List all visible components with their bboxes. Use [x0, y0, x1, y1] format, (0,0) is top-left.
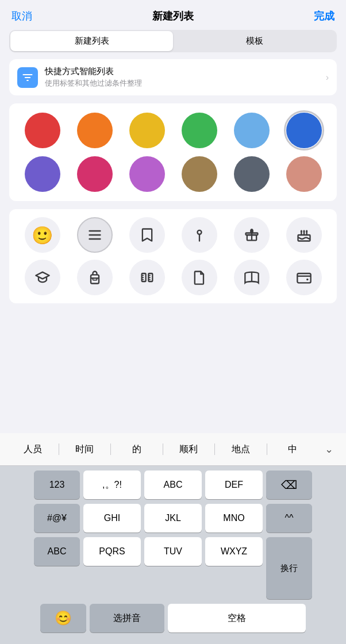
icon-ruler[interactable]	[129, 260, 165, 295]
page-title: 新建列表	[152, 9, 194, 23]
key-symbols[interactable]: #@¥	[34, 504, 80, 533]
keyboard-keys: 123 ,。?! ABC DEF ⌫ #@¥ GHI JKL MNO ^^ AB…	[0, 466, 346, 637]
color-light-blue[interactable]	[234, 113, 270, 148]
backpack-icon	[87, 269, 103, 286]
icon-smiley[interactable]: 🙂	[25, 217, 60, 253]
icon-row-1: 🙂	[16, 217, 330, 253]
return-button[interactable]: 换行	[266, 537, 312, 599]
icon-book[interactable]	[234, 260, 270, 295]
done-button[interactable]: 完成	[314, 9, 335, 23]
key-123[interactable]: 123	[34, 471, 80, 499]
ruler-icon	[139, 269, 155, 286]
key-row-4: 😊 选拼音 空格	[2, 604, 344, 633]
color-yellow[interactable]	[129, 113, 165, 148]
gift-icon	[244, 227, 260, 243]
emoji-button[interactable]: 😊	[40, 604, 86, 633]
color-brown[interactable]	[182, 156, 217, 192]
pin-icon	[191, 227, 207, 243]
svg-rect-28	[297, 273, 310, 283]
svg-point-29	[306, 279, 309, 281]
color-row-2	[16, 156, 330, 192]
icon-picker: 🙂	[9, 209, 337, 303]
key-row-1: 123 ,。?! ABC DEF ⌫	[2, 471, 344, 499]
smart-list-card: 快捷方式智能列表 使用标签和其他过滤条件整理 ›	[9, 59, 337, 95]
color-lavender[interactable]	[129, 156, 165, 192]
key-wxyz[interactable]: WXYZ	[205, 537, 263, 566]
book-icon	[244, 269, 260, 286]
suggestion-zhong[interactable]: 中	[267, 441, 319, 458]
icon-wallet[interactable]	[286, 260, 322, 295]
key-tuv[interactable]: TUV	[144, 537, 202, 566]
key-pqrs[interactable]: PQRS	[83, 537, 141, 566]
color-picker	[9, 103, 337, 201]
color-green[interactable]	[182, 113, 217, 148]
color-orange[interactable]	[77, 113, 113, 148]
icon-backpack[interactable]	[77, 260, 113, 295]
icon-graduation[interactable]	[25, 260, 60, 295]
filter-icon	[22, 72, 33, 83]
color-red[interactable]	[25, 113, 60, 148]
list-item-title: 快捷方式智能列表	[45, 66, 326, 77]
color-row-1	[16, 113, 330, 148]
key-jkl[interactable]: JKL	[144, 504, 202, 533]
key-ghi[interactable]: GHI	[83, 504, 141, 533]
key-punctuation[interactable]: ,。?!	[83, 471, 141, 499]
icon-bookmark[interactable]	[129, 217, 165, 253]
header: 取消 新建列表 完成	[0, 0, 346, 30]
list-icon	[87, 227, 103, 243]
color-gray[interactable]	[234, 156, 270, 192]
chevron-right-icon: ›	[326, 72, 329, 83]
color-rose[interactable]	[286, 156, 322, 192]
segment-new-list[interactable]: 新建列表	[10, 31, 173, 51]
key-row-2: #@¥ GHI JKL MNO ^^	[2, 504, 344, 533]
list-item-icon	[17, 67, 38, 88]
cake-icon	[296, 227, 312, 243]
key-mno[interactable]: MNO	[205, 504, 263, 533]
list-item-subtitle: 使用标签和其他过滤条件整理	[45, 78, 326, 88]
color-pink[interactable]	[77, 156, 113, 192]
key-abc-switch[interactable]: ABC	[34, 537, 80, 566]
suggestion-shunli[interactable]: 顺利	[163, 441, 215, 458]
suggestion-de[interactable]: 的	[111, 441, 163, 458]
pinyin-button[interactable]: 选拼音	[90, 604, 164, 633]
icon-document[interactable]	[182, 260, 217, 295]
suggestion-didian[interactable]: 地点	[215, 441, 267, 458]
keyboard-collapse-button[interactable]: ⌄	[318, 439, 339, 460]
wallet-icon	[296, 269, 312, 286]
graduation-icon	[34, 269, 51, 286]
list-item-text: 快捷方式智能列表 使用标签和其他过滤条件整理	[45, 66, 326, 88]
suggestion-renyuan[interactable]: 人员	[7, 441, 59, 458]
icon-list[interactable]	[77, 217, 113, 253]
bookmark-icon	[139, 227, 155, 243]
bottom-safe-area	[0, 637, 346, 644]
segment-template[interactable]: 模板	[173, 31, 336, 51]
list-item-row[interactable]: 快捷方式智能列表 使用标签和其他过滤条件整理 ›	[9, 59, 337, 95]
icon-row-2	[16, 260, 330, 295]
svg-rect-16	[91, 275, 99, 283]
space-button[interactable]: 空格	[168, 604, 306, 633]
icon-cake[interactable]	[286, 217, 322, 253]
keyboard-suggestions: 人员 时间 的 顺利 地点 中 ⌄	[0, 433, 346, 466]
keyboard: 人员 时间 的 顺利 地点 中 ⌄ 123 ,。?! ABC DEF ⌫ #@¥…	[0, 433, 346, 644]
backspace-icon: ⌫	[281, 478, 297, 492]
color-blue[interactable]	[286, 113, 322, 148]
key-abc[interactable]: ABC	[144, 471, 202, 499]
cancel-button[interactable]: 取消	[11, 9, 32, 23]
backspace-button[interactable]: ⌫	[266, 471, 312, 499]
segment-control: 新建列表 模板	[9, 30, 337, 52]
icon-gift[interactable]	[234, 217, 270, 253]
document-icon	[191, 269, 207, 286]
color-purple[interactable]	[25, 156, 60, 192]
svg-rect-18	[93, 278, 97, 280]
key-caret[interactable]: ^^	[266, 504, 312, 533]
key-row-3: ABC PQRS TUV WXYZ 换行	[2, 537, 344, 599]
icon-pin[interactable]	[182, 217, 217, 253]
key-def[interactable]: DEF	[205, 471, 263, 499]
suggestion-shijian[interactable]: 时间	[59, 441, 111, 458]
